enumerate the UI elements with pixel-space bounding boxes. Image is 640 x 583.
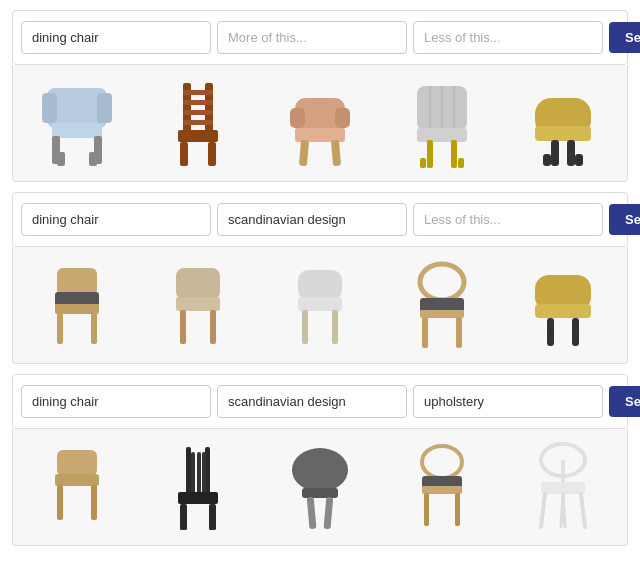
svg-rect-52 — [298, 297, 342, 311]
search-button-3[interactable]: Search — [609, 386, 640, 417]
svg-rect-56 — [332, 332, 338, 344]
chair-image-2-5 — [503, 255, 623, 355]
svg-line-101 — [563, 494, 565, 527]
query-input-2[interactable] — [21, 203, 211, 236]
svg-rect-27 — [417, 128, 467, 142]
svg-rect-15 — [180, 142, 188, 166]
less-input-1[interactable] — [413, 21, 603, 54]
svg-rect-93 — [424, 516, 429, 526]
svg-rect-77 — [197, 452, 201, 494]
less-input-3[interactable] — [413, 385, 603, 418]
svg-rect-21 — [299, 140, 309, 167]
results-strip-3 — [12, 429, 628, 546]
search-block-2: Search — [0, 192, 640, 364]
search-results-container: Search — [0, 10, 640, 566]
svg-rect-76 — [191, 452, 195, 494]
svg-rect-39 — [55, 292, 99, 306]
chair-image-1-3 — [260, 73, 380, 173]
svg-rect-90 — [422, 486, 462, 494]
svg-rect-20 — [295, 128, 345, 142]
search-bar-1: Search — [12, 10, 628, 65]
chair-image-1-5 — [503, 73, 623, 173]
more-input-2[interactable] — [217, 203, 407, 236]
svg-rect-69 — [55, 474, 99, 486]
svg-rect-68 — [57, 450, 97, 476]
svg-rect-14 — [178, 130, 218, 142]
chair-image-1-1 — [17, 73, 137, 173]
chair-image-2-1 — [17, 255, 137, 355]
svg-line-98 — [541, 494, 545, 527]
svg-rect-97 — [541, 482, 585, 494]
svg-rect-63 — [456, 338, 462, 348]
results-strip-2 — [12, 247, 628, 364]
chair-image-3-3 — [260, 437, 380, 537]
svg-rect-78 — [202, 452, 206, 494]
search-row-3: Search — [21, 385, 619, 418]
svg-rect-55 — [302, 332, 308, 344]
svg-rect-65 — [535, 304, 591, 318]
svg-rect-85 — [302, 488, 338, 498]
more-input-3[interactable] — [217, 385, 407, 418]
svg-rect-94 — [455, 516, 460, 526]
svg-rect-62 — [422, 338, 428, 348]
search-bar-3: Search — [12, 374, 628, 429]
svg-rect-40 — [55, 304, 99, 314]
svg-rect-13 — [183, 120, 213, 125]
svg-rect-67 — [572, 318, 579, 346]
results-strip-1 — [12, 65, 628, 182]
svg-point-88 — [422, 446, 462, 478]
chair-image-2-2 — [139, 255, 259, 355]
svg-rect-10 — [183, 90, 213, 95]
less-input-2[interactable] — [413, 203, 603, 236]
search-block-1: Search — [0, 10, 640, 182]
svg-rect-28 — [427, 140, 433, 168]
svg-rect-11 — [183, 100, 213, 105]
svg-rect-7 — [89, 152, 97, 166]
chair-image-3-4 — [382, 437, 502, 537]
chair-image-2-3 — [260, 255, 380, 355]
svg-rect-35 — [567, 140, 575, 166]
svg-rect-2 — [97, 93, 112, 123]
svg-rect-38 — [57, 268, 97, 296]
svg-rect-31 — [458, 158, 464, 168]
search-block-3: Search — [0, 374, 640, 546]
search-row-2: Search — [21, 203, 619, 236]
search-button-2[interactable]: Search — [609, 204, 640, 235]
svg-rect-86 — [307, 497, 317, 529]
svg-rect-34 — [551, 140, 559, 166]
svg-rect-45 — [176, 268, 220, 300]
svg-rect-82 — [180, 520, 187, 530]
chair-image-1-4 — [382, 73, 502, 173]
svg-point-57 — [420, 264, 464, 300]
search-button-1[interactable]: Search — [609, 22, 640, 53]
svg-rect-6 — [57, 152, 65, 166]
svg-rect-66 — [547, 318, 554, 346]
svg-rect-12 — [183, 110, 213, 115]
svg-rect-49 — [180, 332, 186, 344]
query-input-3[interactable] — [21, 385, 211, 418]
svg-rect-22 — [331, 140, 341, 167]
svg-rect-59 — [420, 310, 464, 318]
chair-image-3-2 — [139, 437, 259, 537]
svg-rect-46 — [176, 297, 220, 311]
search-row-1: Search — [21, 21, 619, 54]
svg-rect-16 — [208, 142, 216, 166]
query-input-1[interactable] — [21, 21, 211, 54]
svg-rect-36 — [543, 154, 551, 166]
svg-rect-30 — [420, 158, 426, 168]
svg-rect-3 — [52, 123, 102, 138]
svg-rect-79 — [178, 492, 218, 504]
svg-rect-58 — [420, 298, 464, 312]
svg-point-84 — [292, 448, 348, 492]
chair-image-1-2 — [139, 73, 259, 173]
svg-rect-1 — [42, 93, 57, 123]
more-input-1[interactable] — [217, 21, 407, 54]
svg-rect-37 — [575, 154, 583, 166]
svg-rect-29 — [451, 140, 457, 168]
svg-rect-87 — [324, 497, 334, 529]
svg-rect-19 — [335, 108, 350, 128]
svg-rect-33 — [535, 126, 591, 141]
chair-image-2-4 — [382, 255, 502, 355]
svg-rect-83 — [209, 520, 216, 530]
chair-image-3-1 — [17, 437, 137, 537]
